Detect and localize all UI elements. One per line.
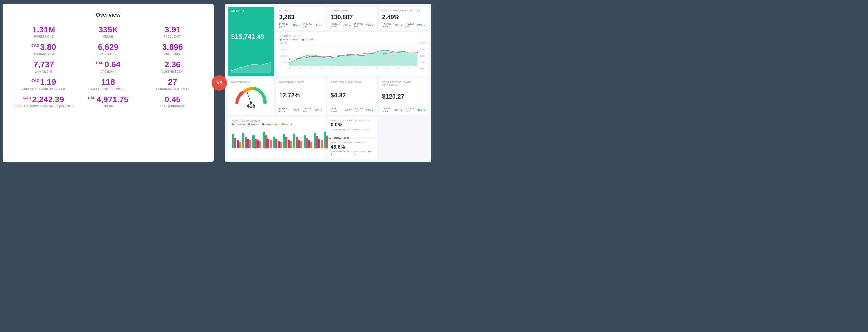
svg-text:Feb: Feb bbox=[289, 68, 292, 69]
svg-rect-30 bbox=[235, 138, 237, 148]
metric-number-12: 2,242.39 bbox=[32, 95, 64, 104]
svg-rect-62 bbox=[316, 136, 318, 148]
svg-rect-60 bbox=[310, 142, 312, 148]
metric-number-11: 27 bbox=[168, 78, 177, 87]
metric-value-12: CAD2,242.39 bbox=[13, 95, 74, 104]
metric-number-9: 1.19 bbox=[40, 78, 56, 87]
svg-text:Dec: Dec bbox=[397, 68, 400, 69]
metric-label-4: PAGE LIKES bbox=[77, 53, 139, 55]
adwords-title: ADWORDS OVERVIEW bbox=[231, 120, 322, 122]
gauge-container: 0 585 415 bbox=[231, 85, 271, 109]
main-container: Overview 1.31MIMPRESSIONS335KREACH3.91FR… bbox=[3, 4, 431, 162]
cpt-value: $120.27 bbox=[382, 93, 425, 100]
metric-label-0: IMPRESSIONS bbox=[13, 35, 74, 38]
metric-label-3: AVERAGE CPM bbox=[13, 53, 74, 55]
ad-cost-value: $15,741.49 bbox=[231, 33, 271, 40]
svg-rect-57 bbox=[304, 135, 306, 148]
svg-rect-63 bbox=[318, 139, 320, 148]
metric-value-14: 0.45 bbox=[142, 95, 204, 104]
cost-per-thousand-card: COST PER THOUSAND IMPRESSIO... $120.27 P… bbox=[379, 79, 428, 115]
svg-rect-51 bbox=[288, 140, 290, 148]
overview-title: Overview bbox=[13, 11, 204, 18]
ad-cost-card: AD COST $15,741.49 bbox=[228, 7, 274, 77]
svg-rect-59 bbox=[308, 141, 310, 148]
metric-cell-14: 0.45ROAS (PURCHASE) bbox=[142, 95, 204, 108]
metric-cell-1: 335KREACH bbox=[77, 25, 139, 38]
svg-rect-49 bbox=[283, 134, 285, 148]
svg-rect-32 bbox=[239, 142, 241, 148]
metric-value-6: 7,737 bbox=[13, 60, 74, 69]
clicks-value: 3,263 bbox=[279, 14, 322, 21]
metric-cell-6: 7,737LINK CLICKS bbox=[13, 60, 74, 73]
svg-rect-33 bbox=[242, 133, 244, 148]
svg-rect-64 bbox=[321, 140, 323, 148]
svg-text:Apr: Apr bbox=[254, 148, 257, 149]
svg-text:Jul: Jul bbox=[285, 148, 287, 149]
metric-value-3: CAD3.80 bbox=[13, 43, 74, 52]
svg-rect-50 bbox=[285, 137, 287, 148]
metric-label-2: FREQUENCY bbox=[142, 35, 204, 38]
metric-cell-2: 3.91FREQUENCY bbox=[142, 25, 204, 38]
metric-value-1: 335K bbox=[77, 25, 139, 34]
svg-rect-35 bbox=[247, 139, 249, 148]
metric-number-7: 0.64 bbox=[105, 60, 121, 69]
svg-rect-34 bbox=[245, 137, 247, 148]
cost-per-click-value: $4.82 bbox=[331, 92, 374, 98]
metric-cell-13: CAD4,971.75SPEND bbox=[77, 95, 139, 108]
cad-prefix-3: CAD bbox=[31, 44, 39, 48]
cost-per-click-title: COST PER CLICK (CPC) bbox=[331, 81, 374, 84]
svg-rect-65 bbox=[324, 132, 326, 148]
ctr-footer: Previous period 21% ▲ Previous year 376%… bbox=[382, 23, 425, 28]
impressions-footer: Previous period 21% ▲ Previous year -79%… bbox=[331, 23, 374, 28]
svg-rect-47 bbox=[278, 141, 280, 148]
metric-label-6: LINK CLICKS bbox=[13, 70, 74, 73]
svg-text:Mar: Mar bbox=[244, 148, 247, 149]
metric-cell-0: 1.31MIMPRESSIONS bbox=[13, 25, 74, 38]
legend-clicks: Ad Clicks bbox=[302, 38, 315, 41]
svg-rect-29 bbox=[232, 134, 234, 148]
metric-label-5: POST LIKES bbox=[142, 53, 204, 55]
conversions-card: CONVERSIONS 0 585 bbox=[228, 79, 274, 115]
metric-cell-11: 27PURCHASES (FB PIXEL) bbox=[142, 78, 204, 90]
svg-rect-61 bbox=[314, 133, 316, 148]
adwords-legend: Conversions Ad Clicks Ad Impressions Ad … bbox=[231, 123, 322, 125]
y-axis-left: 300,000225,000150,00075,0000 bbox=[280, 42, 288, 70]
vs-button[interactable]: VS bbox=[212, 76, 227, 91]
impressions-value: 130,887 bbox=[331, 14, 374, 21]
metric-value-8: 2.36 bbox=[142, 60, 204, 69]
svg-text:Sep: Sep bbox=[305, 148, 308, 149]
svg-rect-37 bbox=[252, 135, 254, 148]
metric-label-14: ROAS (PURCHASE) bbox=[142, 105, 204, 108]
svg-text:Sep: Sep bbox=[364, 68, 367, 69]
ctr-title: CLICK-THROUGH RATE (CTR) bbox=[382, 9, 425, 12]
metric-number-14: 0.45 bbox=[165, 95, 181, 104]
svg-text:Oct: Oct bbox=[375, 68, 378, 69]
metric-value-5: 3,896 bbox=[142, 43, 204, 52]
svg-text:Jun: Jun bbox=[332, 68, 335, 69]
svg-text:Apr: Apr bbox=[310, 68, 313, 69]
clicks-footer: Previous period 47% ▲ Previous year -0% … bbox=[279, 23, 322, 28]
svg-rect-52 bbox=[290, 141, 292, 148]
search-budget-lost-card: SEARCH BUDGET LOST IMPRESSI... 0.0% Prev… bbox=[328, 117, 377, 137]
adwords-card: ADWORDS OVERVIEW Conversions Ad Clicks A… bbox=[228, 117, 326, 159]
metric-label-10: ADD TO CART (FB PIXEL) bbox=[77, 88, 139, 90]
conversion-rate-card: CONVERSION RATE 12.72% Previous period -… bbox=[276, 79, 326, 115]
overview-grid: 1.31MIMPRESSIONS335KREACH3.91FREQUENCYCA… bbox=[13, 25, 204, 108]
metric-label-11: PURCHASES (FB PIXEL) bbox=[142, 88, 204, 90]
ad-cost-chart bbox=[231, 61, 271, 73]
sbl-value: 0.0% bbox=[331, 122, 374, 128]
svg-rect-41 bbox=[263, 131, 265, 148]
metric-number-2: 3.91 bbox=[165, 25, 181, 34]
metric-cell-3: CAD3.80AVERAGE CPM bbox=[13, 43, 74, 55]
metric-cell-8: 2.36CLICK RATE (%) bbox=[142, 60, 204, 73]
metric-label-13: SPEND bbox=[77, 105, 139, 108]
clicks-title: CLICKS bbox=[279, 9, 322, 12]
svg-text:Jul: Jul bbox=[343, 68, 345, 69]
ad-impressions-card: AD IMPRESSIONS Ad Impressions Ad Clicks … bbox=[276, 32, 428, 77]
metric-cell-4: 6,629PAGE LIKES bbox=[77, 43, 139, 55]
conversion-rate-title: CONVERSION RATE bbox=[279, 81, 322, 84]
svg-rect-53 bbox=[293, 133, 296, 148]
metric-value-10: 118 bbox=[77, 78, 139, 87]
clicks-card: CLICKS 3,263 Previous period 47% ▲ Previ… bbox=[276, 7, 326, 30]
ctr-value: 2.49% bbox=[382, 14, 425, 21]
